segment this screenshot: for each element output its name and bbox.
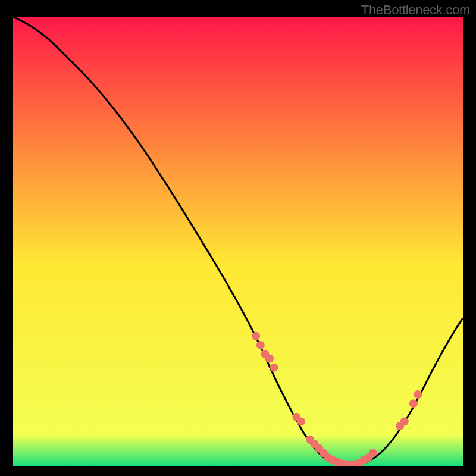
curve-marker — [252, 332, 260, 340]
curve-marker — [270, 364, 278, 372]
chart-frame: TheBottleneck.com — [0, 0, 476, 476]
curve-marker — [414, 390, 422, 399]
curve-marker — [256, 341, 265, 349]
plot-area — [13, 17, 463, 466]
curve-marker — [369, 449, 377, 457]
curve-marker — [400, 417, 409, 425]
gradient-background — [13, 17, 463, 466]
attribution-text: TheBottleneck.com — [361, 2, 470, 18]
curve-marker — [265, 355, 274, 363]
curve-marker — [297, 417, 305, 425]
chart-svg — [13, 17, 463, 466]
curve-marker — [409, 399, 418, 408]
